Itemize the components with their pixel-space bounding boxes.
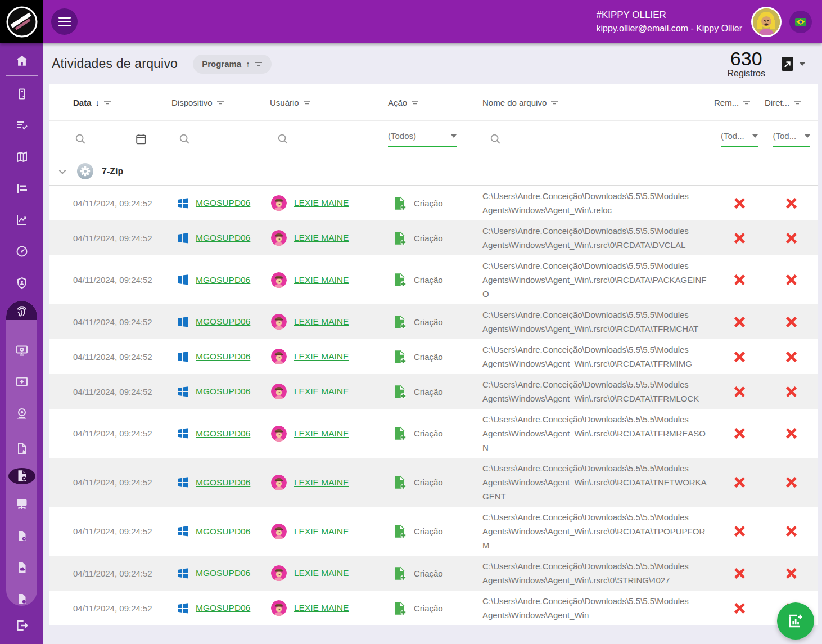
windows-icon — [176, 601, 190, 615]
device-link[interactable]: MGOSUPD06 — [196, 233, 250, 243]
monitor-eye-icon[interactable] — [6, 344, 37, 357]
directory-false-icon — [784, 475, 798, 489]
activities-table: Data ↓ Dispositivo Usuário Ação No — [49, 84, 818, 625]
filter-icon[interactable] — [103, 99, 111, 106]
filter-icon[interactable] — [411, 99, 419, 106]
chevron-down-icon — [451, 134, 457, 138]
user-link[interactable]: LEXIE MAINE — [294, 386, 349, 397]
filter-icon — [255, 61, 263, 67]
activity-checklist-icon[interactable] — [0, 119, 43, 132]
user-avatar — [271, 349, 287, 364]
file-path: C:\Users\Andre.Conceição\Downloads\5.5\5… — [482, 224, 707, 252]
user-link[interactable]: LEXIE MAINE — [294, 275, 349, 285]
table-row: 04/11/2024, 09:24:52 MGOSUPD06 — [49, 458, 818, 507]
user-avatar — [271, 426, 287, 442]
file-extra-icon[interactable] — [6, 592, 37, 606]
column-header-acao[interactable]: Ação — [388, 98, 482, 107]
user-name: #KIPPY OLLIER — [596, 8, 742, 22]
user-link[interactable]: LEXIE MAINE — [294, 568, 349, 578]
file-path: C:\Users\Andre.Conceição\Downloads\5.5\5… — [482, 189, 707, 217]
windows-icon — [176, 566, 190, 580]
action-label: Criação — [414, 387, 443, 397]
search-icon[interactable] — [277, 133, 289, 145]
user-avatar — [271, 195, 287, 211]
device-link[interactable]: MGOSUPD06 — [196, 352, 250, 362]
line-chart-icon[interactable] — [0, 213, 43, 227]
user-link[interactable]: LEXIE MAINE — [294, 603, 349, 613]
report-bars-icon[interactable] — [0, 182, 43, 195]
filter-icon[interactable] — [743, 99, 751, 106]
home-icon[interactable] — [0, 54, 43, 67]
user-link[interactable]: LEXIE MAINE — [294, 478, 349, 488]
column-header-diretorio[interactable]: Diret... — [765, 98, 818, 107]
sort-asc-icon: ↑ — [246, 59, 250, 69]
webcam-icon[interactable] — [6, 407, 37, 420]
user-avatar — [271, 475, 287, 490]
user-link[interactable]: LEXIE MAINE — [294, 198, 349, 208]
column-header-removido[interactable]: Rem... — [714, 98, 765, 107]
filter-icon[interactable] — [303, 99, 311, 106]
file-eye-icon[interactable] — [8, 468, 35, 484]
column-header-data[interactable]: Data ↓ — [49, 98, 171, 107]
file-path: C:\Users\Andre.Conceição\Downloads\5.5\5… — [482, 308, 707, 336]
language-button[interactable] — [789, 11, 812, 33]
calendar-icon[interactable] — [135, 133, 147, 145]
action-filter-select[interactable]: (Todos) — [388, 131, 457, 147]
devices-icon[interactable] — [0, 87, 43, 101]
menu-icon[interactable] — [51, 8, 78, 35]
export-button[interactable] — [781, 56, 805, 71]
search-icon[interactable] — [74, 133, 87, 145]
device-link[interactable]: MGOSUPD06 — [196, 526, 250, 537]
row-date: 04/11/2024, 09:24:52 — [73, 387, 152, 397]
add-report-fab[interactable] — [777, 602, 814, 640]
user-email: kippy.ollier@email.com - Kippy Ollier — [596, 22, 742, 35]
fingerprint-icon[interactable] — [6, 301, 37, 320]
directory-false-icon — [784, 231, 798, 245]
device-link[interactable]: MGOSUPD06 — [196, 603, 250, 613]
file-gear-icon[interactable] — [6, 529, 37, 543]
device-link[interactable]: MGOSUPD06 — [196, 429, 250, 439]
search-icon[interactable] — [178, 133, 191, 145]
map-icon[interactable] — [0, 150, 43, 164]
file-cloud-icon[interactable] — [6, 561, 37, 574]
group-by-chip[interactable]: Programa ↑ — [193, 55, 272, 74]
user-link[interactable]: LEXIE MAINE — [294, 233, 349, 243]
sort-desc-icon: ↓ — [96, 98, 100, 107]
screenshot-icon[interactable] — [6, 375, 37, 389]
admin-shield-icon[interactable] — [0, 276, 43, 290]
filter-icon[interactable] — [216, 99, 224, 106]
table-row: 04/11/2024, 09:24:52 MGOSUPD06 — [49, 409, 818, 458]
device-link[interactable]: MGOSUPD06 — [196, 275, 250, 285]
column-header-nome-arquivo[interactable]: Nome do arquivo — [482, 98, 714, 107]
column-header-usuario[interactable]: Usuário — [270, 98, 388, 107]
records-label: Registros — [727, 69, 765, 79]
file-blocked-icon[interactable] — [6, 442, 37, 456]
search-icon[interactable] — [489, 133, 502, 145]
logout-icon[interactable] — [0, 619, 43, 632]
avatar[interactable] — [751, 7, 782, 37]
user-link[interactable]: LEXIE MAINE — [294, 352, 349, 362]
app-window: #KIPPY OLLIER kippy.ollier@email.com - K… — [0, 0, 822, 644]
filter-icon[interactable] — [550, 99, 558, 106]
row-date: 04/11/2024, 09:24:52 — [73, 352, 152, 362]
column-header-dispositivo[interactable]: Dispositivo — [171, 98, 270, 107]
device-link[interactable]: MGOSUPD06 — [196, 386, 250, 397]
network-files-icon[interactable] — [6, 498, 37, 511]
removed-filter-select[interactable]: (Tod... — [721, 131, 758, 147]
user-link[interactable]: LEXIE MAINE — [294, 429, 349, 439]
group-row-7zip: 7-Zip — [49, 157, 818, 186]
directory-filter-select[interactable]: (Tod... — [773, 131, 810, 147]
device-link[interactable]: MGOSUPD06 — [196, 478, 250, 488]
device-link[interactable]: MGOSUPD06 — [196, 317, 250, 327]
user-link[interactable]: LEXIE MAINE — [294, 317, 349, 327]
device-link[interactable]: MGOSUPD06 — [196, 198, 250, 208]
action-label: Criação — [414, 199, 443, 208]
dashboard-gauge-icon[interactable] — [0, 245, 43, 258]
collapse-chevron-icon[interactable] — [56, 165, 69, 178]
device-link[interactable]: MGOSUPD06 — [196, 568, 250, 578]
file-path: C:\Users\Andre.Conceição\Downloads\5.5\5… — [482, 259, 707, 301]
user-link[interactable]: LEXIE MAINE — [294, 526, 349, 537]
filter-icon[interactable] — [793, 99, 801, 106]
row-date: 04/11/2024, 09:24:52 — [73, 199, 152, 208]
chevron-down-icon — [805, 134, 810, 138]
